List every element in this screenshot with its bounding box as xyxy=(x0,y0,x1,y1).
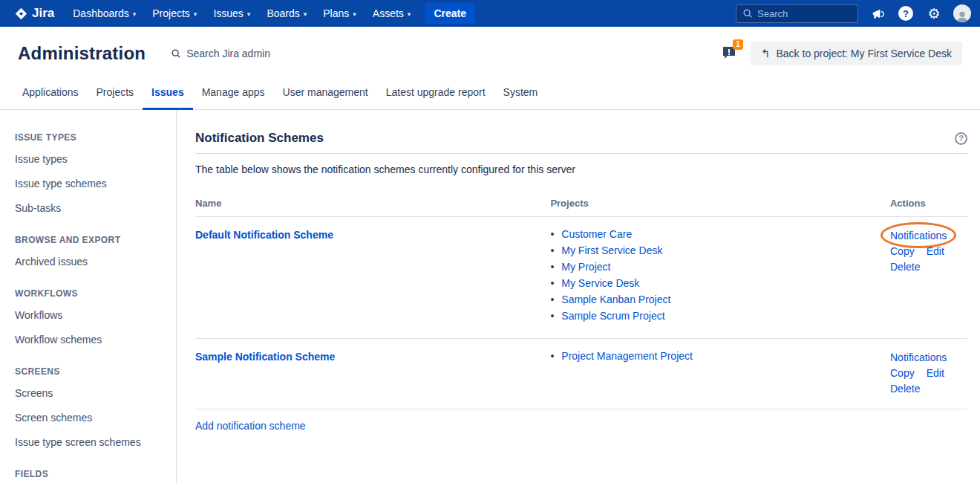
edit-link[interactable]: Edit xyxy=(927,245,944,257)
nav-projects[interactable]: Projects▾ xyxy=(144,0,205,27)
section-title: Notification Schemes xyxy=(195,131,324,146)
section-description: The table below shows the notification s… xyxy=(195,163,967,175)
notifications-link[interactable]: Notifications xyxy=(890,351,947,363)
tab-user-management[interactable]: User management xyxy=(274,79,377,109)
back-to-project-button[interactable]: ↰ Back to project: My First Service Desk xyxy=(751,42,962,65)
main-content: Notification Schemes ? The table below s… xyxy=(177,110,980,483)
tab-latest-upgrade-report[interactable]: Latest upgrade report xyxy=(377,79,494,109)
column-header-name: Name xyxy=(195,193,550,217)
primary-nav: Dashboards▾ Projects▾ Issues▾ Boards▾ Pl… xyxy=(65,0,419,27)
actions-cell: Notifications CopyEdit Delete xyxy=(890,228,967,274)
list-item: Sample Scrum Project xyxy=(550,310,890,322)
jira-logo-icon xyxy=(15,7,27,20)
project-link[interactable]: Project Management Project xyxy=(561,350,693,362)
sidebar-section-title: SCREENS xyxy=(15,366,169,377)
project-link[interactable]: My Project xyxy=(561,261,610,273)
megaphone-icon[interactable] xyxy=(869,4,886,22)
create-button[interactable]: Create xyxy=(425,3,475,24)
notifications-link[interactable]: Notifications xyxy=(890,230,947,242)
back-arrow-icon: ↰ xyxy=(761,47,771,60)
sidebar-section-title: WORKFLOWS xyxy=(15,288,169,299)
sidebar-item-screen-schemes[interactable]: Screen schemes xyxy=(15,412,169,424)
project-link[interactable]: Sample Scrum Project xyxy=(561,310,664,322)
notifications-annotation: Notifications xyxy=(890,228,947,243)
admin-sidebar: ISSUE TYPES Issue types Issue type schem… xyxy=(0,110,177,483)
global-search[interactable] xyxy=(736,4,858,23)
sidebar-section-title: FIELDS xyxy=(15,469,169,479)
search-icon xyxy=(171,48,181,59)
project-link[interactable]: Sample Kanban Project xyxy=(561,294,670,305)
scheme-name-link[interactable]: Sample Notification Scheme xyxy=(195,351,335,363)
sidebar-section-workflows: WORKFLOWS Workflows Workflow schemes xyxy=(15,288,169,346)
admin-header-right: 1 ↰ Back to project: My First Service De… xyxy=(721,42,962,65)
jira-logo[interactable]: Jira xyxy=(9,6,65,21)
page-title: Administration xyxy=(18,43,146,64)
sidebar-section-title: ISSUE TYPES xyxy=(15,132,169,143)
help-icon[interactable]: ? xyxy=(897,4,915,22)
nav-dashboards[interactable]: Dashboards▾ xyxy=(65,0,144,27)
nav-boards[interactable]: Boards▾ xyxy=(258,0,315,27)
admin-tabs: Applications Projects Issues Manage apps… xyxy=(0,79,980,110)
jira-logo-text: Jira xyxy=(32,6,54,21)
admin-search[interactable]: Search Jira admin xyxy=(171,48,270,59)
search-icon xyxy=(742,8,753,19)
project-link[interactable]: My Service Desk xyxy=(561,277,639,289)
chevron-down-icon: ▾ xyxy=(304,10,307,18)
list-item: My Service Desk xyxy=(550,277,890,289)
column-header-actions: Actions xyxy=(890,193,967,217)
chevron-down-icon: ▾ xyxy=(247,10,251,18)
chevron-down-icon: ▾ xyxy=(194,10,197,18)
tab-system[interactable]: System xyxy=(494,79,547,109)
list-item: My Project xyxy=(550,261,890,273)
tab-applications[interactable]: Applications xyxy=(13,79,88,109)
sidebar-item-workflow-schemes[interactable]: Workflow schemes xyxy=(15,334,169,346)
copy-link[interactable]: Copy xyxy=(890,245,915,257)
sidebar-section-title: BROWSE AND EXPORT xyxy=(15,235,169,245)
project-link[interactable]: Customer Care xyxy=(561,228,632,240)
sidebar-section-fields: FIELDS Custom fields xyxy=(15,469,169,483)
edit-link[interactable]: Edit xyxy=(927,367,944,379)
chevron-down-icon: ▾ xyxy=(353,10,356,18)
delete-link[interactable]: Delete xyxy=(890,261,920,273)
project-link[interactable]: My First Service Desk xyxy=(561,244,662,256)
help-icon[interactable]: ? xyxy=(955,132,967,145)
copy-link[interactable]: Copy xyxy=(890,367,915,379)
list-item: Customer Care xyxy=(550,228,890,240)
nav-plans[interactable]: Plans▾ xyxy=(315,0,365,27)
sidebar-item-archived-issues[interactable]: Archived issues xyxy=(15,256,169,268)
admin-header: Administration Search Jira admin 1 ↰ Bac… xyxy=(0,27,980,79)
table-header-row: Name Projects Actions xyxy=(195,193,967,217)
list-item: Project Management Project xyxy=(550,350,890,362)
sidebar-item-workflows[interactable]: Workflows xyxy=(15,309,169,321)
tab-projects[interactable]: Projects xyxy=(88,79,143,109)
sidebar-item-screens[interactable]: Screens xyxy=(15,387,169,399)
sidebar-section-screens: SCREENS Screens Screen schemes Issue typ… xyxy=(15,366,169,448)
delete-link[interactable]: Delete xyxy=(890,383,920,395)
scheme-name-link[interactable]: Default Notification Scheme xyxy=(195,229,333,241)
list-item: My First Service Desk xyxy=(550,244,890,256)
top-navbar: Jira Dashboards▾ Projects▾ Issues▾ Board… xyxy=(0,0,980,27)
global-search-input[interactable] xyxy=(757,8,846,19)
user-avatar[interactable] xyxy=(953,4,971,22)
sidebar-section-browse-export: BROWSE AND EXPORT Archived issues xyxy=(15,235,169,268)
nav-assets[interactable]: Assets▾ xyxy=(365,0,419,27)
chevron-down-icon: ▾ xyxy=(408,10,411,18)
navbar-right: ? ⚙ xyxy=(736,4,971,23)
chevron-down-icon: ▾ xyxy=(133,10,137,18)
table-row: Default Notification Scheme Customer Car… xyxy=(195,217,967,339)
tab-issues[interactable]: Issues xyxy=(143,79,193,110)
tab-manage-apps[interactable]: Manage apps xyxy=(193,79,274,109)
sidebar-item-issue-types[interactable]: Issue types xyxy=(15,153,169,165)
nav-issues[interactable]: Issues▾ xyxy=(205,0,258,27)
actions-cell: Notifications CopyEdit Delete xyxy=(890,350,967,396)
add-notification-scheme-link[interactable]: Add notification scheme xyxy=(195,420,306,432)
sidebar-item-issue-type-schemes[interactable]: Issue type schemes xyxy=(15,178,169,189)
notification-schemes-table: Name Projects Actions Default Notificati… xyxy=(195,193,967,409)
list-item: Sample Kanban Project xyxy=(550,294,890,305)
back-button-label: Back to project: My First Service Desk xyxy=(776,48,952,59)
sidebar-section-issue-types: ISSUE TYPES Issue types Issue type schem… xyxy=(15,132,169,214)
gear-icon[interactable]: ⚙ xyxy=(925,4,943,22)
sidebar-item-issue-type-screen-schemes[interactable]: Issue type screen schemes xyxy=(15,436,169,448)
feedback-icon[interactable]: 1 xyxy=(721,45,740,62)
sidebar-item-sub-tasks[interactable]: Sub-tasks xyxy=(15,202,169,214)
